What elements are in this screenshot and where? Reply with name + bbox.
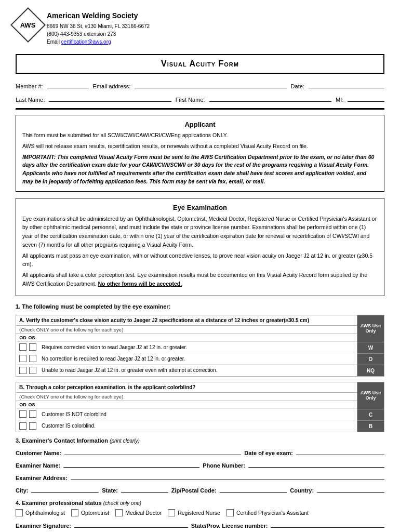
od-os-pair-2 [19, 355, 37, 362]
divider [16, 108, 384, 110]
eye-exam-section: Eye Examination Eye examinations shall b… [16, 198, 384, 296]
examiner-name-label: Examiner Name: [16, 462, 60, 469]
contact-title-note: (print clearly) [110, 438, 140, 444]
email-field[interactable] [135, 81, 286, 88]
state-label: State: [102, 487, 118, 494]
aws-code-c: C [357, 409, 384, 420]
checkbox-medical-doctor[interactable] [115, 509, 123, 516]
vision-os-checkbox-1[interactable] [29, 343, 36, 351]
last-name-field[interactable] [49, 95, 171, 102]
country-field[interactable] [317, 485, 384, 493]
color-od-os-pair-2 [19, 422, 37, 430]
applicant-section: Applicant This form must be submitted fo… [16, 115, 384, 192]
date-field[interactable] [309, 81, 384, 88]
top-fields-row2: Last Name: First Name: MI: [16, 95, 384, 103]
color-row-1: Customer IS NOT colorblind [16, 409, 357, 420]
checkbox-registered-nurse[interactable] [168, 509, 175, 516]
form-title-box: Visual Acuity Form [16, 54, 384, 74]
color-perception-section: B. Through a color perception examinatio… [16, 382, 384, 432]
professional-options-row: Ophthalmologist Optometrist Medical Doct… [16, 509, 384, 516]
org-phone: (800) 443-9353 extension 273 [47, 30, 150, 38]
first-name-label: First Name: [176, 97, 205, 103]
aws-use-col-vision: AWS Use Only W O NQ [357, 315, 384, 376]
member-field[interactable] [47, 81, 89, 88]
color-row-text-1: Customer IS NOT colorblind [42, 411, 354, 417]
zip-field[interactable] [220, 485, 287, 493]
sig-label: Examiner Signature: [16, 523, 71, 529]
org-email: Email certification@aws.org [47, 38, 150, 46]
color-od-checkbox-2[interactable] [19, 422, 26, 430]
first-name-field[interactable] [209, 95, 331, 102]
aws-use-col-color: AWS Use Only C B [357, 382, 384, 432]
contact-row-3: Examiner Address: [16, 473, 384, 481]
applicant-text2: AWS will not release exam results, recer… [22, 142, 378, 151]
mi-field[interactable] [348, 95, 384, 102]
os-col-header: OS [28, 335, 35, 340]
state-field[interactable] [121, 485, 168, 493]
vision-row-text-1: Requires corrected vision to read Jaegar… [42, 344, 354, 350]
top-fields-row1: Member #: Email address: Date: [16, 81, 384, 89]
option-medical-doctor[interactable]: Medical Doctor [115, 509, 162, 516]
vision-od-checkbox-3[interactable] [19, 367, 26, 374]
country-label: Country: [290, 487, 314, 494]
contact-section: 3. Examiner's Contact Information (print… [16, 437, 384, 494]
date-eye-exam-field[interactable] [296, 448, 384, 455]
vision-os-checkbox-2[interactable] [29, 355, 36, 362]
vision-row-text-2: No correction is required to read Jaegar… [42, 356, 354, 362]
option-certified-physician[interactable]: Certified Physician's Assistant [226, 509, 309, 516]
zip-label: Zip/Postal Code: [171, 487, 217, 494]
option-label-certified-physician: Certified Physician's Assistant [236, 510, 309, 516]
option-ophthalmologist[interactable]: Ophthalmologist [16, 509, 65, 516]
color-os-checkbox-2[interactable] [29, 422, 36, 430]
vision-row-1: Requires corrected vision to read Jaegar… [16, 342, 357, 353]
vision-od-checkbox-2[interactable] [19, 355, 26, 362]
checkbox-ophthalmologist[interactable] [16, 509, 23, 516]
aws-use-header-vision: AWS Use Only [357, 315, 384, 342]
option-label-ophthalmologist: Ophthalmologist [25, 510, 65, 516]
city-field[interactable] [31, 485, 99, 493]
org-address: 8669 NW 36 St, #130 Miami, FL 33166-6672 [47, 22, 150, 30]
vision-header: A. Verify the customer's close vision ac… [16, 315, 357, 326]
eye-exam-text1: Eye examinations shall be administered b… [22, 215, 378, 249]
logo-text: AWS [20, 21, 36, 29]
color-header: B. Through a color perception examinatio… [16, 382, 357, 393]
vision-os-checkbox-3[interactable] [29, 367, 36, 374]
color-od-col-header: OD [19, 402, 26, 407]
contact-row-4: City: State: Zip/Postal Code: Country: [16, 485, 384, 494]
license-label: State/Prov. License number: [191, 523, 268, 529]
color-row-text-2: Customer IS colorblind. [42, 423, 354, 429]
eye-exam-text2: All applicants must pass an eye examinat… [22, 251, 378, 269]
color-row-2: Customer IS colorblind. [16, 420, 357, 432]
vision-od-checkbox-1[interactable] [19, 343, 26, 351]
checkbox-optometrist[interactable] [71, 509, 78, 516]
option-optometrist[interactable]: Optometrist [71, 509, 109, 516]
checkbox-certified-physician[interactable] [226, 509, 234, 516]
od-os-pair-1 [19, 343, 37, 351]
vision-row-2: No correction is required to read Jaegar… [16, 353, 357, 365]
examiner-name-field[interactable] [63, 460, 199, 468]
phone-label: Phone Number: [203, 462, 245, 469]
sig-field[interactable] [74, 521, 188, 528]
professional-title: 4. Examiner professional status (check o… [16, 500, 384, 506]
customer-name-field[interactable] [64, 448, 241, 455]
vision-row-3: Unable to read Jaegar J2 at 12 in. or gr… [16, 365, 357, 376]
member-label: Member #: [16, 83, 43, 89]
license-field[interactable] [271, 521, 384, 528]
professional-title-note: (check only one) [103, 500, 141, 506]
applicant-text1: This form must be submitted for all SCWI… [22, 131, 378, 140]
eye-exam-text3: All applicants shall take a color percep… [22, 271, 378, 288]
date-label: Date: [291, 83, 304, 89]
color-os-checkbox-1[interactable] [29, 410, 36, 418]
date-eye-exam-label: Date of eye exam: [244, 450, 293, 456]
option-registered-nurse[interactable]: Registered Nurse [168, 509, 220, 516]
examiner-address-field[interactable] [71, 473, 384, 480]
applicant-title: Applicant [22, 121, 378, 128]
professional-section: 4. Examiner professional status (check o… [16, 500, 384, 529]
aws-code-o: O [357, 353, 384, 365]
page-header: AWS American Welding Society 8669 NW 36 … [16, 10, 384, 46]
applicant-text3: IMPORTANT: This completed Visual Acuity … [22, 153, 378, 186]
phone-field[interactable] [248, 460, 384, 468]
email-link[interactable]: certification@aws.org [61, 39, 111, 45]
org-info: American Welding Society 8669 NW 36 St, … [47, 10, 150, 46]
color-od-checkbox-1[interactable] [19, 410, 26, 418]
